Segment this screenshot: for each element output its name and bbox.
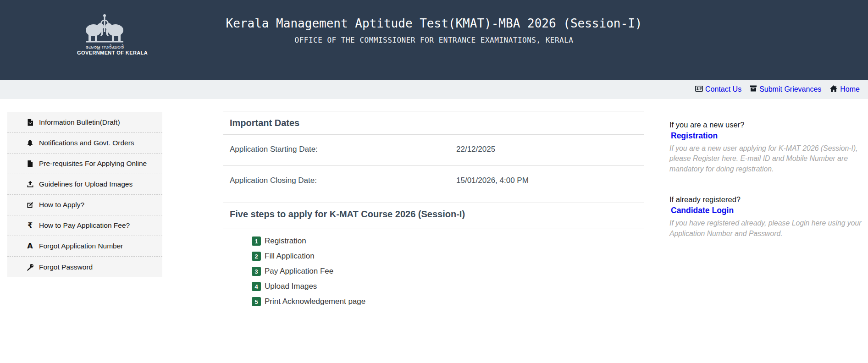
date-label: Application Starting Date:: [230, 145, 456, 154]
home-icon: [829, 85, 838, 94]
login-register-panel: If you are a new user? Registration If y…: [669, 121, 866, 239]
sidebar-item-notifications[interactable]: Notifications and Govt. Orders: [7, 133, 162, 154]
kmat-portal-page: കേരള സർക്കാർ GOVERNMENT OF KERALA Kerala…: [0, 0, 868, 363]
step-item: 1 Registration: [252, 236, 644, 246]
step-number-badge: 1: [252, 236, 261, 246]
sidebar-item-label: How to Apply?: [39, 201, 84, 209]
step-label: Fill Application: [265, 252, 315, 261]
main-content: Important Dates Application Starting Dat…: [223, 111, 644, 306]
new-user-question: If you are a new user?: [669, 121, 866, 129]
step-number-badge: 5: [252, 297, 261, 306]
step-label: Print Acknowledgement page: [265, 297, 365, 306]
page-header: കേരള സർക്കാർ GOVERNMENT OF KERALA Kerala…: [0, 0, 868, 80]
registered-note: If you have registered already, please L…: [669, 218, 866, 239]
step-number-badge: 2: [252, 252, 261, 261]
bell-icon: [26, 139, 34, 147]
sidebar-item-label: Notifications and Govt. Orders: [39, 139, 134, 147]
pdf-file-icon: [26, 119, 34, 126]
file-icon: [26, 160, 34, 167]
sidebar-item-label: Guidelines for Upload Images: [39, 180, 133, 188]
grievance-box-icon: [750, 85, 757, 94]
step-number-badge: 3: [252, 267, 261, 276]
date-label: Application Closing Date:: [230, 176, 456, 185]
home-link[interactable]: Home: [829, 85, 860, 94]
steps-list: 1 Registration 2 Fill Application 3 Pay …: [223, 229, 644, 306]
sidebar-item-forgot-password[interactable]: Forgot Password: [7, 257, 162, 277]
top-nav-bar: Contact Us Submit Grievances Home: [0, 80, 868, 99]
sidebar-item-information-bulletin[interactable]: Information Bulletin(Draft): [7, 112, 162, 133]
rupee-icon: ₹: [26, 222, 34, 229]
sidebar-menu: Information Bulletin(Draft) Notification…: [7, 112, 162, 277]
key-icon: [26, 264, 34, 271]
new-user-note: If you are a new user applying for K-MAT…: [669, 143, 866, 174]
step-label: Registration: [265, 236, 306, 246]
important-dates-heading: Important Dates: [223, 111, 644, 135]
page-subtitle: OFFICE OF THE COMMISSIONER FOR ENTRANCE …: [0, 36, 868, 44]
submit-grievances-label: Submit Grievances: [759, 85, 821, 94]
step-label: Upload Images: [265, 282, 317, 291]
step-item: 2 Fill Application: [252, 252, 644, 261]
step-item: 3 Pay Application Fee: [252, 267, 644, 276]
date-value: 15/01/2026, 4:00 PM: [456, 176, 529, 185]
sidebar-item-label: Forgot Application Number: [39, 242, 123, 250]
contact-us-label: Contact Us: [705, 85, 741, 94]
sidebar-item-label: How to Pay Application Fee?: [39, 221, 130, 230]
logo-caption-malayalam: കേരള സർക്കാർ: [77, 44, 132, 50]
sidebar-item-label: Forgot Password: [39, 263, 93, 271]
contact-us-link[interactable]: Contact Us: [695, 85, 741, 94]
registered-question: If already registered?: [669, 195, 866, 204]
page-title: Kerala Management Aptitude Test(KMAT)-MB…: [0, 16, 868, 30]
sidebar-item-upload-guidelines[interactable]: Guidelines for Upload Images: [7, 174, 162, 195]
registered-user-block: If already registered? Candidate Login I…: [669, 195, 866, 239]
candidate-login-link[interactable]: Candidate Login: [671, 206, 734, 215]
step-item: 4 Upload Images: [252, 282, 644, 291]
sidebar-item-forgot-application-number[interactable]: A Forgot Application Number: [7, 236, 162, 257]
edit-icon: [26, 201, 34, 209]
sidebar-item-how-to-pay-fee[interactable]: ₹ How to Pay Application Fee?: [7, 215, 162, 236]
new-user-block: If you are a new user? Registration If y…: [669, 121, 866, 174]
logo-caption-english: GOVERNMENT OF KERALA: [77, 50, 132, 55]
date-value: 22/12/2025: [456, 145, 495, 154]
submit-grievances-link[interactable]: Submit Grievances: [750, 85, 821, 94]
date-row: Application Closing Date: 15/01/2026, 4:…: [223, 166, 644, 203]
font-a-icon: A: [26, 242, 34, 250]
five-steps-heading: Five steps to apply for K-MAT Course 202…: [223, 203, 644, 229]
upload-icon: [26, 181, 34, 188]
registration-link[interactable]: Registration: [671, 131, 718, 141]
sidebar-item-how-to-apply[interactable]: How to Apply?: [7, 195, 162, 215]
step-number-badge: 4: [252, 282, 261, 291]
sidebar-item-label: Pre-requisites For Applying Online: [39, 160, 147, 168]
step-label: Pay Application Fee: [265, 267, 333, 276]
sidebar-item-label: Information Bulletin(Draft): [39, 118, 120, 126]
date-row: Application Starting Date: 22/12/2025: [223, 135, 644, 166]
home-label: Home: [840, 85, 860, 94]
header-titles: Kerala Management Aptitude Test(KMAT)-MB…: [0, 16, 868, 44]
sidebar-item-prerequisites[interactable]: Pre-requisites For Applying Online: [7, 154, 162, 174]
contact-card-icon: [695, 85, 703, 94]
step-item: 5 Print Acknowledgement page: [252, 297, 644, 306]
